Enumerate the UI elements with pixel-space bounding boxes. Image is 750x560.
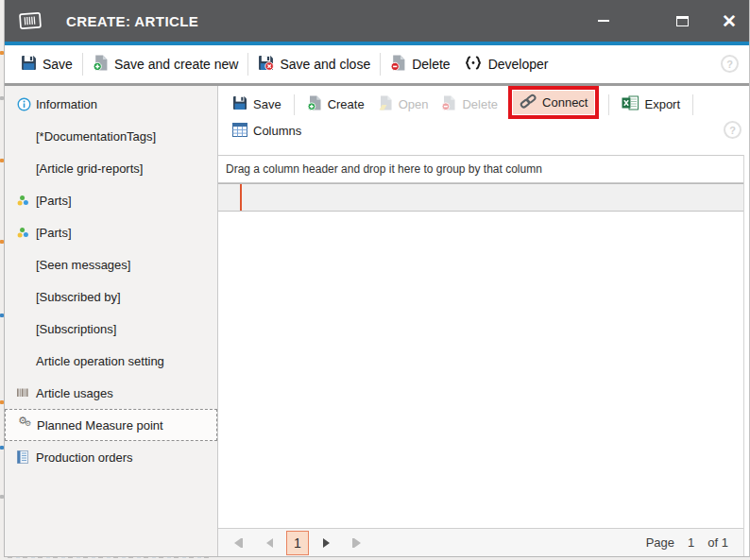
save-floppy-icon [21,55,37,74]
article-barcode-icon [18,10,43,32]
columns-grid-icon [232,123,247,140]
grid-toolbar-row-2: Columns [226,119,741,143]
group-by-drop-zone[interactable]: Drag a column header and drop it here to… [218,155,743,183]
sidebar-item-parts-2[interactable]: [Parts] [5,216,217,248]
next-page-button[interactable] [315,532,337,554]
link-chain-icon [520,93,537,111]
grid-body-empty[interactable] [218,212,743,528]
grid: Drag a column header and drop it here to… [218,155,744,556]
grid-columns-button[interactable]: Columns [226,120,308,143]
sidebar-item-parts-1[interactable]: [Parts] [5,184,217,216]
help-icon[interactable]: ? [721,55,739,73]
sidebar-item-subscriptions[interactable]: [Subscriptions] [5,313,217,345]
titlebar: CREATE: ARTICLE ✕ [5,0,749,42]
main-toolbar: Save Save and create new Save and close … [5,45,749,83]
row-selector-column [218,184,242,211]
document-minus-icon [441,95,456,113]
developer-button[interactable]: Developer [457,50,555,78]
group-by-hint: Drag a column header and drop it here to… [226,162,542,176]
code-braces-icon [464,55,483,74]
close-button[interactable]: ✕ [713,0,745,42]
sidebar-item-seen-messages[interactable]: [Seen messages] [5,248,217,280]
parts-icon [17,193,33,208]
delete-button[interactable]: Delete [384,50,456,78]
toolbar-separator [82,53,83,76]
grid-export-button[interactable]: Export [615,93,687,116]
grid-column-header-row[interactable] [218,183,743,212]
toolbar-separator [692,94,693,115]
barcode-icon [17,385,33,400]
sidebar-item-article-grid-reports[interactable]: [Article grid-reports] [5,152,217,184]
previous-page-button[interactable] [258,532,281,554]
gears-icon: ⚙⚙ [18,417,34,433]
create-article-dialog: CREATE: ARTICLE ✕ Save Save and create n… [4,0,750,557]
toolbar-separator [608,94,609,115]
minimize-button[interactable] [588,0,620,42]
toolbar-separator [294,94,295,115]
first-page-button[interactable] [228,532,250,554]
last-page-button[interactable] [345,532,367,554]
document-minus-icon [390,55,406,74]
pagination-bar: 1 Page 1 of 1 [218,528,743,556]
info-icon [17,96,33,111]
grid-delete-button[interactable]: Delete [435,93,504,116]
excel-export-icon [622,95,639,113]
document-open-icon [378,95,393,113]
help-icon[interactable]: ? [724,121,741,139]
grid-open-button[interactable]: Open [371,93,435,116]
current-page-button[interactable]: 1 [286,531,309,555]
maximize-button[interactable] [666,0,698,42]
page-of-label: of 1 [707,535,728,550]
grid-toolbar-row-1: Save Create Open [226,90,741,119]
save-floppy-icon [232,95,247,113]
sidebar-item-article-operation-setting[interactable]: Article operation setting [5,345,217,377]
save-button[interactable]: Save [14,50,79,78]
sidebar-item-subscribed-by[interactable]: [Subscribed by] [5,280,217,313]
grid-create-button[interactable]: Create [300,93,371,116]
toolbar-separator [380,53,381,76]
page-title: CREATE: ARTICLE [66,13,198,29]
main-panel: Save Create Open [218,86,749,556]
content-area: Information [*DocumentationTags] [Articl… [5,86,749,556]
document-plus-icon [307,95,322,113]
page-indicator: Page 1 of 1 [646,535,734,550]
sidebar-item-planned-measure-point[interactable]: ⚙⚙ Planned Measure point [5,409,217,441]
sidebar-item-information[interactable]: Information [5,88,217,120]
grid-toolbar: Save Create Open [218,86,749,143]
save-close-floppy-icon [258,55,274,74]
toolbar-separator [247,53,248,76]
sidebar-item-documentationtags[interactable]: [*DocumentationTags] [5,120,217,152]
sidebar-item-article-usages[interactable]: Article usages [5,377,217,409]
document-lines-icon [17,450,33,465]
page-number: 1 [688,535,694,550]
connect-button[interactable]: Connect [513,91,594,114]
sidebar: Information [*DocumentationTags] [Articl… [5,86,218,556]
save-and-close-button[interactable]: Save and close [251,50,377,78]
grid-save-button[interactable]: Save [226,93,288,116]
save-and-create-new-button[interactable]: Save and create new [86,50,246,78]
document-plus-icon [93,55,109,74]
parts-icon [17,225,33,240]
annotation-highlight-box: Connect [508,86,599,119]
sidebar-item-production-orders[interactable]: Production orders [5,441,217,473]
page-label: Page [646,535,674,550]
